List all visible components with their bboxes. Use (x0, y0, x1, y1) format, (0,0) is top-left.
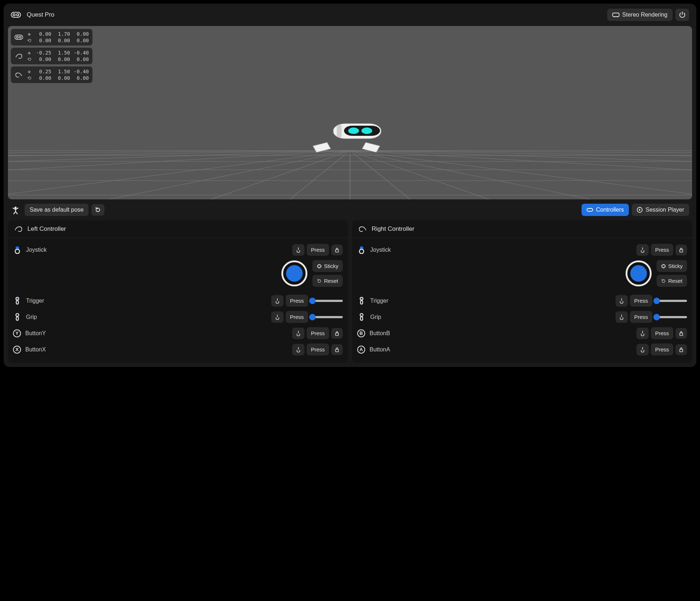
save-default-pose-button[interactable]: Save as default pose (25, 204, 88, 216)
pin-icon (661, 264, 666, 269)
touch-toggle-button[interactable] (636, 244, 649, 256)
stereo-rendering-button[interactable]: Stereo Rendering (607, 9, 673, 21)
reset-icon (95, 207, 101, 213)
svg-line-16 (38, 151, 350, 199)
grip-icon (357, 313, 366, 321)
trigger-slider[interactable] (654, 300, 687, 302)
reset-pose-button[interactable] (91, 204, 104, 216)
reset-icon (317, 278, 322, 284)
touch-icon (619, 314, 624, 320)
touch-toggle-button[interactable] (292, 244, 304, 256)
press-button[interactable]: Press (307, 327, 329, 339)
overlay-left-controller[interactable]: ✥ -0.25 1.50 -0.40 ⟲ 0.00 0.00 0.00 (11, 48, 92, 64)
touch-icon (296, 330, 301, 336)
lock-button[interactable] (331, 245, 343, 255)
svg-point-47 (16, 314, 19, 316)
svg-point-35 (17, 36, 18, 38)
touch-toggle-button[interactable] (636, 328, 649, 339)
viewport-3d[interactable]: ✥ 0.00 1.70 0.00 ⟲ 0.00 0.00 0.00 (8, 26, 692, 199)
svg-rect-48 (16, 317, 18, 320)
svg-rect-61 (680, 349, 683, 352)
lock-icon (679, 247, 683, 252)
overlay-right-controller[interactable]: ✥ 0.25 1.50 -0.40 ⟲ 0.00 0.00 0.00 (11, 66, 92, 83)
touch-icon (640, 330, 645, 336)
reset-joystick-button[interactable]: Reset (312, 275, 343, 287)
left-controller-icon (14, 225, 23, 233)
svg-rect-34 (15, 35, 23, 39)
touch-toggle-button[interactable] (271, 311, 284, 323)
press-button[interactable]: Press (286, 311, 308, 323)
svg-rect-42 (336, 250, 338, 252)
button-letter: B (357, 329, 365, 337)
avatar-headset (333, 124, 381, 139)
svg-rect-50 (336, 349, 338, 352)
trigger-slider[interactable] (310, 300, 343, 302)
sticky-button[interactable]: Sticky (312, 260, 343, 272)
reset-icon (661, 278, 666, 284)
stereo-icon (612, 12, 619, 18)
joystick-thumb[interactable] (630, 265, 647, 282)
trigger-icon (13, 297, 22, 305)
rotate-icon: ⟲ (26, 56, 33, 62)
pin-icon (317, 264, 322, 269)
svg-rect-3 (613, 13, 619, 17)
touch-toggle-button[interactable] (292, 344, 304, 355)
right-controller-icon (13, 72, 25, 78)
touch-toggle-button[interactable] (292, 328, 304, 339)
grip-slider[interactable] (310, 316, 343, 318)
svg-point-58 (360, 314, 363, 316)
svg-line-15 (350, 151, 662, 199)
svg-point-30 (362, 127, 372, 134)
press-button[interactable]: Press (630, 311, 652, 323)
lock-button[interactable] (675, 344, 687, 355)
transform-overlay-list: ✥ 0.00 1.70 0.00 ⟲ 0.00 0.00 0.00 (11, 29, 92, 83)
tab-controllers[interactable]: Controllers (582, 204, 629, 216)
press-button[interactable]: Press (651, 244, 673, 256)
lock-button[interactable] (675, 245, 687, 255)
press-button[interactable]: Press (286, 295, 308, 307)
lock-button[interactable] (331, 328, 343, 339)
press-button[interactable]: Press (651, 343, 673, 355)
reset-joystick-button[interactable]: Reset (657, 275, 687, 287)
lock-icon (679, 347, 683, 352)
panel-title: Left Controller (27, 225, 66, 233)
touch-toggle-button[interactable] (615, 295, 628, 307)
touch-toggle-button[interactable] (615, 311, 628, 323)
press-button[interactable]: Press (307, 343, 329, 355)
gamepad-icon (587, 207, 593, 212)
joystick-thumb[interactable] (286, 265, 303, 282)
right-controller-panel: Right Controller Joystick Press (352, 220, 692, 363)
overlay-headset[interactable]: ✥ 0.00 1.70 0.00 ⟲ 0.00 0.00 0.00 (11, 29, 92, 46)
svg-line-14 (170, 151, 350, 199)
touch-toggle-button[interactable] (636, 344, 649, 355)
svg-line-13 (350, 151, 530, 199)
joystick-pad[interactable] (626, 260, 652, 286)
left-controller-panel: Left Controller Joystick (8, 220, 348, 363)
sticky-button[interactable]: Sticky (657, 260, 687, 272)
rotate-icon: ⟲ (26, 38, 33, 43)
touch-toggle-button[interactable] (271, 295, 284, 307)
svg-point-29 (348, 127, 359, 134)
touch-icon (640, 347, 645, 353)
trigger-icon (357, 297, 366, 305)
press-button[interactable]: Press (651, 327, 673, 339)
svg-line-11 (350, 151, 428, 199)
tab-session-player[interactable]: Session Player (632, 204, 689, 216)
grip-slider[interactable] (654, 316, 687, 318)
svg-rect-31 (337, 125, 341, 137)
lock-button[interactable] (331, 344, 343, 355)
power-button[interactable] (675, 9, 689, 21)
lock-icon (679, 331, 683, 336)
touch-icon (296, 247, 301, 253)
joystick-pad[interactable] (281, 260, 307, 286)
lock-button[interactable] (675, 328, 687, 339)
svg-line-22 (8, 151, 350, 178)
press-button[interactable]: Press (630, 295, 652, 307)
svg-rect-49 (336, 333, 338, 336)
svg-rect-56 (360, 300, 363, 304)
button-letter: A (357, 346, 365, 354)
lock-icon (335, 331, 339, 336)
button-letter: Y (13, 329, 21, 337)
press-button[interactable]: Press (307, 244, 329, 256)
power-icon (679, 12, 686, 18)
